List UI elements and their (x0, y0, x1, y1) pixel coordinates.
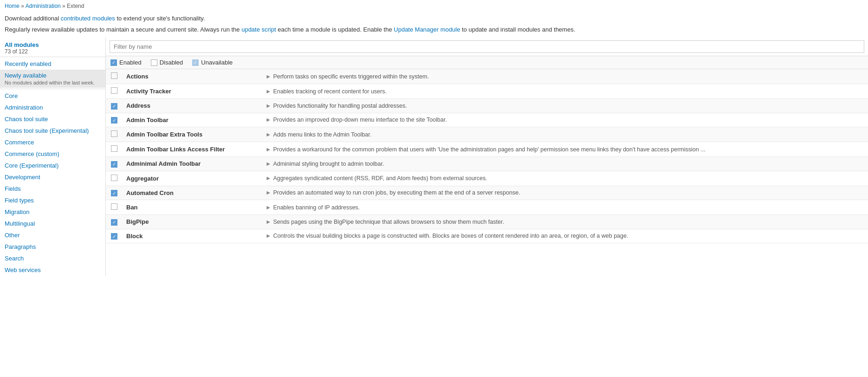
all-modules-count: 73 of 122 (5, 48, 101, 55)
legend-disabled-label: Disabled (160, 59, 183, 66)
module-description: ►Sends pages using the BigPipe technique… (262, 215, 868, 229)
module-name: Block (123, 229, 262, 243)
table-row: Aggregator►Aggregates syndicated content… (106, 171, 868, 186)
sidebar-items: CoreAdministrationChaos tool suiteChaos … (0, 90, 105, 276)
update-manager-link[interactable]: Update Manager module (394, 26, 460, 33)
sidebar-item-web-services[interactable]: Web services (0, 264, 105, 276)
page-intro: Download additional contributed modules … (0, 12, 868, 38)
module-checkbox-admin-toolbar-extra-tools[interactable] (111, 130, 117, 137)
module-description: ►Enables tracking of recent content for … (262, 84, 868, 99)
module-checkbox-address[interactable] (111, 103, 117, 110)
sidebar-item-chaos-tool-suite[interactable]: Chaos tool suite (0, 113, 105, 125)
module-name: Adminimal Admin Toolbar (123, 157, 262, 171)
legend-unavailable-checkbox: ✓ (192, 59, 199, 66)
sidebar-item-development[interactable]: Development (0, 171, 105, 183)
sidebar-item-field-types[interactable]: Field types (0, 195, 105, 206)
legend-unavailable-label: Unavailable (201, 59, 233, 66)
module-checkbox-ban[interactable] (111, 203, 117, 210)
filter-bar (106, 38, 868, 56)
legend-bar: ✓ Enabled Disabled ✓ Unavailable (106, 56, 868, 69)
module-checkbox-aggregator[interactable] (111, 175, 117, 181)
legend-enabled: ✓ Enabled (110, 59, 142, 66)
table-row: Admin Toolbar Links Access Filter►Provid… (106, 142, 868, 157)
module-name: Admin Toolbar (123, 113, 262, 127)
module-name: Admin Toolbar Extra Tools (123, 127, 262, 142)
legend-enabled-label: Enabled (119, 59, 142, 66)
all-modules-label[interactable]: All modules (5, 41, 101, 48)
table-row: Address►Provides functionality for handl… (106, 99, 868, 113)
sidebar-all-modules[interactable]: All modules 73 of 122 (0, 38, 105, 56)
table-row: Automated Cron►Provides an automated way… (106, 186, 868, 200)
sidebar-item-administration[interactable]: Administration (0, 102, 105, 113)
sidebar-item-commerce[interactable]: Commerce (0, 136, 105, 148)
table-row: Admin Toolbar►Provides an improved drop-… (106, 113, 868, 127)
module-checkbox-admin-toolbar[interactable] (111, 117, 117, 124)
legend-enabled-checkbox: ✓ (110, 59, 117, 66)
module-checkbox-automated-cron[interactable] (111, 190, 117, 196)
table-row: Activity Tracker►Enables tracking of rec… (106, 84, 868, 99)
table-row: Block►Controls the visual building block… (106, 229, 868, 243)
update-script-link[interactable]: update script (241, 26, 276, 33)
contributed-modules-link[interactable]: contributed modules (61, 15, 115, 22)
module-name: Aggregator (123, 171, 262, 186)
sidebar-item-multilingual[interactable]: Multilingual (0, 218, 105, 229)
module-checkbox-bigpipe[interactable] (111, 219, 117, 226)
module-checkbox-actions[interactable] (111, 72, 117, 79)
content-area: ✓ Enabled Disabled ✓ Unavailable Actions… (106, 38, 868, 276)
table-row: BigPipe►Sends pages using the BigPipe te… (106, 215, 868, 229)
module-description: ►Provides functionality for handling pos… (262, 99, 868, 113)
breadcrumb-admin[interactable]: Administration (26, 3, 61, 9)
module-name: Address (123, 99, 262, 113)
sidebar-item-newly-available[interactable]: Newly available No modules added within … (0, 70, 105, 88)
module-checkbox-activity-tracker[interactable] (111, 87, 117, 94)
sidebar-item-other[interactable]: Other (0, 229, 105, 241)
sidebar-item-paragraphs[interactable]: Paragraphs (0, 241, 105, 253)
module-description: ►Provides an automated way to run cron j… (262, 186, 868, 200)
module-name: BigPipe (123, 215, 262, 229)
module-name: Ban (123, 200, 262, 215)
module-name: Actions (123, 69, 262, 84)
sidebar-item-migration[interactable]: Migration (0, 206, 105, 218)
modules-table: Actions►Perform tasks on specific events… (106, 69, 868, 243)
module-description: ►Provides a workaround for the common pr… (262, 142, 868, 157)
module-checkbox-adminimal-admin-toolbar[interactable] (111, 161, 117, 168)
sidebar: All modules 73 of 122 Recently enabled N… (0, 38, 106, 276)
breadcrumb-home[interactable]: Home (5, 3, 19, 9)
sidebar-item-recently-enabled[interactable]: Recently enabled (0, 58, 105, 70)
legend-unavailable: ✓ Unavailable (192, 59, 233, 66)
module-description: ►Adminimal styling brought to admin tool… (262, 157, 868, 171)
module-description: ►Enables banning of IP addresses. (262, 200, 868, 215)
legend-disabled: Disabled (151, 59, 183, 66)
module-description: ►Adds menu links to the Admin Toolbar. (262, 127, 868, 142)
breadcrumb-current: Extend (67, 3, 84, 9)
table-row: Admin Toolbar Extra Tools►Adds menu link… (106, 127, 868, 142)
sidebar-item-core[interactable]: Core (0, 90, 105, 102)
module-name: Admin Toolbar Links Access Filter (123, 142, 262, 157)
sidebar-item-core-experimental[interactable]: Core (Experimental) (0, 160, 105, 171)
sidebar-item-fields[interactable]: Fields (0, 183, 105, 195)
module-checkbox-admin-toolbar-links-access-filter[interactable] (111, 145, 117, 152)
sidebar-item-chaos-tool-suite-experimental[interactable]: Chaos tool suite (Experimental) (0, 125, 105, 136)
filter-input[interactable] (110, 40, 864, 53)
table-row: Adminimal Admin Toolbar►Adminimal stylin… (106, 157, 868, 171)
breadcrumb: Home » Administration » Extend (0, 0, 868, 12)
module-name: Activity Tracker (123, 84, 262, 99)
sidebar-item-commerce-custom[interactable]: Commerce (custom) (0, 148, 105, 160)
module-description: ►Aggregates syndicated content (RSS, RDF… (262, 171, 868, 186)
module-description: ►Provides an improved drop-down menu int… (262, 113, 868, 127)
module-description: ►Controls the visual building blocks a p… (262, 229, 868, 243)
module-name: Automated Cron (123, 186, 262, 200)
table-row: Actions►Perform tasks on specific events… (106, 69, 868, 84)
table-row: Ban►Enables banning of IP addresses. (106, 200, 868, 215)
legend-disabled-checkbox (151, 59, 157, 66)
sidebar-item-search[interactable]: Search (0, 253, 105, 264)
module-checkbox-block[interactable] (111, 233, 117, 240)
module-description: ►Perform tasks on specific events trigge… (262, 69, 868, 84)
